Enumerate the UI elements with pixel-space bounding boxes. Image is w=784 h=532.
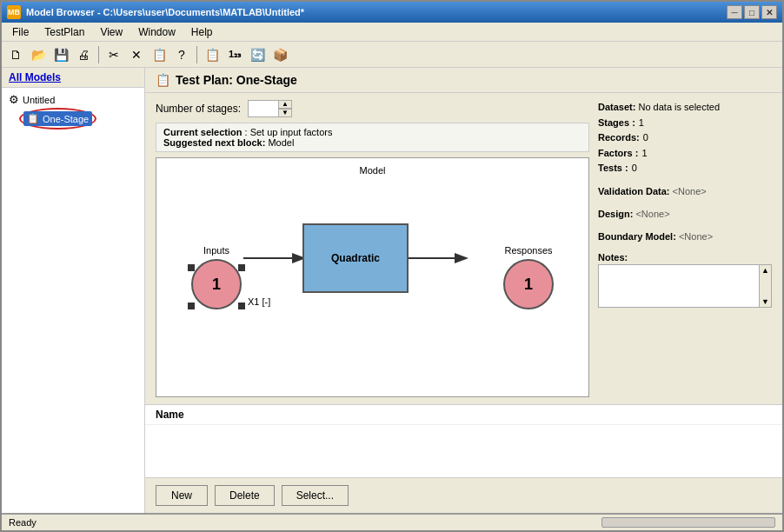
window-title: Model Browser - C:\Users\user\Documents\…	[26, 7, 304, 17]
toolbar-package[interactable]: 📦	[269, 44, 290, 65]
diagram-inner: Model Inputs 1	[156, 158, 588, 396]
records-value: 0	[643, 130, 648, 146]
title-bar-controls[interactable]: ─ □ ✕	[727, 5, 777, 19]
stages-label: Number of stages:	[156, 103, 241, 115]
toolbar-paste[interactable]: 📋	[149, 44, 169, 65]
dataset-info: Dataset: No data is selected Stages : 1 …	[598, 100, 772, 176]
factors-value: 1	[641, 146, 647, 162]
maximize-button[interactable]: □	[744, 5, 760, 19]
toolbar-sep2	[196, 46, 197, 63]
toolbar-cut[interactable]: ✂	[103, 44, 124, 65]
content-header-title: Test Plan: One-Stage	[176, 73, 297, 87]
factors-label: Factors :	[598, 146, 638, 162]
notes-scroll-down[interactable]: ▼	[760, 296, 771, 307]
model-box[interactable]: Quadratic	[302, 223, 409, 293]
stages-spinner-btns: ▲ ▼	[278, 100, 292, 117]
info-box: Current selection : Set up input factors…	[156, 123, 589, 152]
model-label: Model	[360, 165, 386, 176]
status-bar: Ready	[2, 513, 782, 530]
info-suggested-block: Suggested next block: Model	[163, 137, 581, 148]
stages-spinner[interactable]: 1 ▲ ▼	[248, 100, 292, 117]
inputs-group: Inputs 1	[191, 245, 242, 309]
notes-container: ▲ ▼	[598, 264, 772, 308]
stages-info-value: 1	[639, 116, 644, 131]
title-bar-left: MB Model Browser - C:\Users\user\Documen…	[7, 5, 304, 19]
boundary-label: Boundary Model:	[598, 231, 676, 242]
diagram-area: Model Inputs 1	[156, 157, 589, 397]
validation-row: Validation Data: <None>	[598, 183, 772, 201]
boundary-value: <None>	[679, 231, 713, 242]
toolbar-save[interactable]: 💾	[50, 44, 71, 65]
toolbar-open[interactable]: 📂	[28, 44, 49, 65]
stages-up-btn[interactable]: ▲	[278, 100, 292, 109]
current-selection-value: : Set up input factors	[245, 127, 333, 137]
toolbar-help[interactable]: ?	[171, 44, 192, 65]
stages-row: Number of stages: 1 ▲ ▼	[156, 100, 589, 117]
tree-label-untitled: Untitled	[23, 95, 55, 105]
new-button[interactable]: New	[156, 485, 208, 506]
right-panel: Dataset: No data is selected Stages : 1 …	[598, 100, 772, 397]
toolbar-sep1	[98, 46, 99, 63]
notes-label: Notes:	[598, 252, 772, 263]
validation-label: Validation Data:	[598, 186, 670, 196]
status-text: Ready	[9, 517, 37, 528]
bottom-empty-area	[145, 425, 782, 477]
select-button[interactable]: Select...	[282, 485, 349, 506]
sidebar-header[interactable]: All Models	[2, 68, 144, 88]
content-main: Number of stages: 1 ▲ ▼ Current selec	[156, 100, 589, 397]
toolbar-new[interactable]: 🗋	[5, 44, 26, 65]
content-header-icon: 📋	[156, 73, 170, 87]
tree-icon-one-stage: 📋	[27, 113, 39, 124]
stages-down-btn[interactable]: ▼	[278, 109, 292, 117]
content-header: 📋 Test Plan: One-Stage	[145, 68, 782, 93]
handle-dot-tr	[238, 264, 245, 271]
boundary-row: Boundary Model: <None>	[598, 229, 772, 246]
delete-button[interactable]: Delete	[215, 485, 275, 506]
stages-info-label: Stages :	[598, 116, 635, 131]
tree-icon-untitled: ⚙	[9, 93, 19, 106]
dataset-value: No data is selected	[638, 102, 720, 112]
records-label: Records:	[598, 130, 640, 146]
inputs-circle[interactable]: 1	[191, 259, 242, 309]
notes-section: Notes: ▲ ▼	[598, 252, 772, 308]
minimize-button[interactable]: ─	[727, 5, 742, 19]
toolbar-delete[interactable]: ✕	[126, 44, 147, 65]
current-selection-label: Current selection	[163, 127, 242, 137]
factors-row: Factors : 1	[598, 146, 772, 162]
tree-item-untitled[interactable]: ⚙ Untitled	[5, 91, 141, 108]
toolbar-data[interactable]: 📋	[202, 44, 223, 65]
responses-circle[interactable]: 1	[503, 259, 554, 309]
handle-dot-tl	[188, 264, 195, 271]
tree-item-one-stage[interactable]: 📋 One-Stage	[23, 111, 92, 126]
dataset-row: Dataset: No data is selected	[598, 100, 772, 116]
suggested-block-value: Model	[268, 137, 294, 148]
design-value: <None>	[635, 209, 669, 219]
toolbar-print[interactable]: 🖨	[73, 44, 94, 65]
records-row: Records: 0	[598, 130, 772, 146]
menu-view[interactable]: View	[93, 24, 130, 39]
horizontal-scrollbar[interactable]	[601, 517, 775, 528]
toolbar-123[interactable]: 1₂₃	[224, 44, 245, 65]
menu-bar: File TestPlan View Window Help	[2, 23, 782, 42]
validation-value: <None>	[673, 186, 707, 196]
stages-input[interactable]: 1	[248, 100, 279, 117]
notes-textarea[interactable]	[598, 264, 760, 308]
menu-window[interactable]: Window	[131, 24, 183, 39]
tests-label: Tests :	[598, 161, 628, 176]
menu-file[interactable]: File	[5, 24, 36, 39]
toolbar-refresh[interactable]: 🔄	[247, 44, 268, 65]
content-area: 📋 Test Plan: One-Stage Number of stages:…	[145, 68, 782, 513]
main-window: MB Model Browser - C:\Users\user\Documen…	[0, 0, 784, 532]
dataset-label: Dataset:	[598, 102, 635, 112]
responses-group: Responses 1	[503, 245, 554, 309]
menu-testplan[interactable]: TestPlan	[37, 24, 91, 39]
info-current-selection: Current selection : Set up input factors	[163, 127, 581, 137]
design-label: Design:	[598, 209, 633, 219]
bottom-panel: Name New Delete Select...	[145, 404, 782, 513]
tests-value: 0	[632, 161, 637, 176]
design-row: Design: <None>	[598, 206, 772, 223]
menu-help[interactable]: Help	[184, 24, 220, 39]
close-button[interactable]: ✕	[761, 5, 777, 19]
notes-scroll-up[interactable]: ▲	[760, 265, 771, 276]
notes-scrollbar[interactable]: ▲ ▼	[760, 264, 772, 308]
